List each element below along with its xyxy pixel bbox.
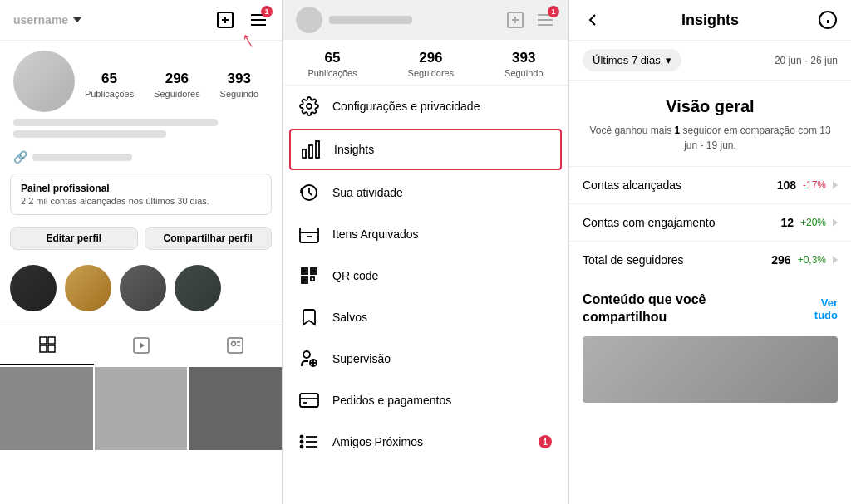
menu-item-activity[interactable]: Sua atividade	[283, 172, 568, 213]
filter-label: Últimos 7 dias	[593, 54, 661, 66]
svg-rect-34	[303, 279, 306, 281]
menu-avatar	[296, 7, 322, 33]
svg-marker-11	[140, 342, 145, 349]
share-profile-button[interactable]: Compartilhar perfil	[145, 227, 273, 250]
engagement-change: +20%	[800, 217, 826, 228]
subtitle-part1: Você ganhou mais	[589, 125, 674, 136]
saved-icon	[299, 307, 319, 327]
svg-rect-6	[40, 337, 47, 344]
svg-rect-39	[300, 394, 318, 407]
svg-rect-32	[303, 270, 306, 272]
qrcode-label: QR code	[332, 269, 378, 282]
stat-row-engagement[interactable]: Contas com engajamento 12 +20%	[569, 203, 851, 241]
post-thumbnail[interactable]	[0, 367, 93, 450]
subtitle-part2: seguidor em comparação com 13 jun - 19 j…	[680, 125, 830, 151]
content-thumbnail	[583, 336, 838, 403]
back-button[interactable]	[583, 10, 603, 30]
story-item[interactable]	[10, 265, 57, 311]
saved-label: Salvos	[332, 311, 367, 324]
supervision-icon	[299, 349, 319, 369]
filter-arrow: ▾	[666, 54, 671, 66]
svg-rect-8	[40, 345, 47, 352]
content-section: Conteúdo que você compartilhou Ver tudo	[569, 278, 851, 409]
add-post-button[interactable]	[215, 10, 235, 30]
date-filter-button[interactable]: Últimos 7 dias ▾	[583, 49, 681, 71]
svg-point-22	[307, 104, 312, 109]
settings-icon	[299, 96, 319, 116]
menu-header-badge: 1	[548, 6, 559, 17]
content-tabs	[0, 325, 282, 365]
menu-item-saved[interactable]: Salvos	[283, 296, 568, 338]
menu-item-supervision[interactable]: Supervisão	[283, 338, 568, 379]
followers-stat: 296 Seguidores	[154, 71, 200, 99]
insights-stats-list: Contas alcançadas 108 -17% Contas com en…	[569, 166, 851, 278]
menu-item-payments[interactable]: Pedidos e pagamentos	[283, 379, 568, 421]
chevron-right-icon	[833, 181, 838, 189]
posts-grid	[0, 367, 282, 450]
content-section-title: Conteúdo que você compartilhou	[583, 291, 749, 326]
close-friends-icon	[299, 432, 319, 452]
payments-label: Pedidos e pagamentos	[332, 394, 451, 407]
following-label: Seguindo	[220, 89, 259, 99]
tab-reels[interactable]	[94, 325, 188, 365]
menu-following-label: Seguindo	[504, 68, 544, 78]
reached-label: Contas alcançadas	[583, 179, 681, 192]
menu-username-blurred	[329, 16, 412, 24]
svg-point-46	[301, 441, 303, 443]
publications-label: Publicações	[85, 89, 134, 99]
story-item[interactable]	[65, 265, 111, 311]
menu-profile-header: 1	[283, 0, 568, 40]
bio-line-2	[13, 130, 166, 138]
menu-publications-stat: 65 Publicações	[307, 50, 357, 78]
followers-label: Seguidores	[154, 89, 200, 99]
story-item[interactable]	[120, 265, 166, 311]
menu-item-qrcode[interactable]: QR code	[283, 255, 568, 296]
publications-stat: 65 Publicações	[85, 71, 134, 99]
menu-item-settings[interactable]: Configurações e privacidade	[283, 86, 568, 127]
reached-value-area: 108 -17%	[777, 179, 838, 192]
menu-panel: 1 65 Publicações 296 Seguidores 393 Segu…	[283, 0, 569, 504]
menu-header-icons: 1	[505, 10, 555, 30]
svg-point-47	[301, 446, 303, 448]
content-section-header: Conteúdo que você compartilhou Ver tudo	[583, 291, 838, 326]
link-area: 🔗	[0, 149, 282, 170]
tab-tagged[interactable]	[188, 325, 282, 365]
menu-item-close-friends[interactable]: Amigos Próximos 1	[283, 421, 568, 462]
reached-value: 108	[777, 179, 796, 192]
stat-row-followers[interactable]: Total de seguidores 296 +0,3%	[569, 241, 851, 278]
payments-icon	[299, 390, 319, 410]
settings-label: Configurações e privacidade	[332, 100, 480, 113]
pro-subtitle: 2,2 mil contas alcançadas nos últimos 30…	[21, 196, 261, 206]
tab-grid[interactable]	[0, 325, 94, 365]
username-area[interactable]: username	[13, 13, 81, 27]
date-range: 20 jun - 26 jun	[775, 55, 838, 66]
profile-panel: ↑ username 1	[0, 0, 283, 504]
stat-row-reached[interactable]: Contas alcançadas 108 -17%	[569, 166, 851, 203]
menu-publications-label: Publicações	[307, 68, 357, 78]
menu-item-insights[interactable]: Insights	[289, 129, 562, 170]
post-thumbnail[interactable]	[189, 367, 282, 450]
link-icon: 🔗	[13, 150, 27, 164]
engagement-label: Contas com engajamento	[583, 216, 716, 229]
info-button[interactable]	[818, 10, 838, 30]
stories-row	[0, 258, 282, 318]
close-friends-label: Amigos Próximos	[332, 435, 423, 448]
qrcode-icon	[299, 266, 319, 286]
svg-point-35	[303, 351, 310, 358]
post-thumbnail[interactable]	[95, 367, 188, 450]
story-item[interactable]	[175, 265, 221, 311]
following-count: 393	[228, 71, 251, 87]
reached-change: -17%	[803, 179, 826, 191]
ver-tudo-button[interactable]: Ver tudo	[814, 296, 838, 321]
menu-followers-label: Seguidores	[408, 68, 455, 78]
chevron-down-icon	[73, 17, 81, 22]
avatar	[13, 51, 75, 112]
menu-following-stat: 393 Seguindo	[504, 50, 544, 78]
menu-following-count: 393	[512, 50, 535, 66]
engagement-value-area: 12 +20%	[780, 216, 838, 229]
menu-item-archived[interactable]: Itens Arquivados	[283, 213, 568, 255]
svg-rect-25	[316, 141, 319, 158]
svg-rect-23	[303, 149, 306, 158]
edit-profile-button[interactable]: Editar perfil	[10, 227, 138, 250]
menu-button[interactable]: 1	[248, 10, 268, 30]
